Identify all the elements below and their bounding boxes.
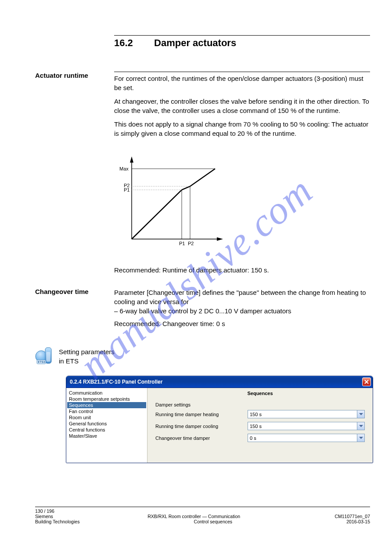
dialog-group-label: Damper settings [155, 402, 365, 407]
field-label-heating: Running time damper heating [155, 412, 248, 417]
footer-rule [35, 507, 370, 507]
label-changeover-time: Changeover time [35, 288, 105, 295]
chart-x-p2: P2 [188, 241, 194, 246]
chevron-down-icon [357, 410, 364, 418]
sidebar-item-room-unit[interactable]: Room unit [67, 414, 146, 421]
dialog-title: 0.2.4 RXB21.1/FC-10 Panel Controller [70, 379, 162, 385]
close-icon [364, 380, 369, 384]
dialog-titlebar: 0.2.4 RXB21.1/FC-10 Panel Controller [66, 376, 373, 388]
dialog-panel-title: Sequences [155, 391, 365, 396]
footer-subtitle: Control sequences [194, 519, 233, 524]
chevron-down-icon [357, 422, 364, 430]
chart-y-p2: P2 [124, 183, 129, 188]
runtime-description: For correct control, the runtimes of the… [114, 74, 370, 92]
footer-page: 130 / 196 [35, 508, 54, 514]
label-tool: Setting parameters in ETS [59, 347, 115, 366]
footer-date: 2016-03-15 [346, 519, 370, 524]
select-value-changeover: 0 s [250, 435, 256, 441]
section-title: Damper actuators [154, 37, 236, 48]
changeover-param: Parameter [Changeover time] defines the … [114, 288, 370, 306]
rule-divider [114, 72, 370, 72]
sidebar-item-general-functions[interactable]: General functions [67, 421, 146, 427]
svg-marker-3 [217, 237, 223, 241]
svg-marker-18 [359, 437, 363, 439]
select-value-cooling: 150 s [250, 424, 262, 429]
recommend-runtime: Recommended: Runtime of dampers actuator… [114, 265, 370, 275]
chevron-down-icon [357, 434, 364, 442]
dialog-sidebar: Communication Room temperature setpoints… [66, 388, 147, 463]
svg-marker-2 [130, 156, 133, 163]
chart-axis-max: Max [119, 166, 129, 171]
ets-dialog: 0.2.4 RXB21.1/FC-10 Panel Controller Com… [66, 376, 373, 463]
svg-rect-11 [47, 352, 50, 362]
select-heating[interactable]: 150 s [248, 410, 365, 418]
label-actuator-runtime: Actuator runtime [35, 72, 105, 79]
changeover-item: – 6-way ball valve control by 2 DC 0...1… [114, 306, 370, 316]
field-row-changeover: Changeover time damper 0 s [155, 434, 365, 442]
rule-top [114, 35, 370, 36]
warning-2: This does not apply to a signal change f… [114, 120, 370, 138]
field-label-cooling: Running time damper cooling [155, 424, 248, 429]
svg-text:ETS3: ETS3 [38, 360, 45, 363]
section-heading: 16.2 Damper actuators [114, 37, 370, 49]
section-number: 16.2 [114, 37, 133, 48]
sidebar-item-central-functions[interactable]: Central functions [67, 427, 146, 433]
svg-marker-17 [359, 425, 363, 427]
chart-svg: Max P1 P2 P1 P2 [114, 151, 228, 252]
svg-marker-16 [359, 413, 363, 415]
footer-product: RXB/RXL Room controller — Communication [147, 514, 240, 519]
close-button[interactable] [362, 377, 371, 386]
warning-1: At changeover, the controller closes the… [114, 97, 370, 115]
footer-docid: CM110771en_07 [334, 514, 370, 519]
select-changeover[interactable]: 0 s [248, 434, 365, 442]
footer-company: Siemens [35, 514, 53, 519]
field-label-changeover: Changeover time damper [155, 435, 248, 441]
footer-division: Building Technologies [35, 519, 79, 524]
field-row-cooling: Running time damper cooling 150 s [155, 422, 365, 430]
select-value-heating: 150 s [250, 412, 262, 417]
page-footer: 130 / 196 Siemens RXB/RXL Room controlle… [35, 507, 370, 524]
dialog-content: Sequences Damper settings Running time d… [147, 388, 373, 463]
chart-container: Max P1 P2 P1 P2 [114, 151, 370, 252]
sidebar-item-communication[interactable]: Communication [67, 390, 146, 396]
sidebar-item-sequences[interactable]: Sequences [67, 402, 146, 408]
field-row-heating: Running time damper heating 150 s [155, 410, 365, 418]
recommend-changeover: Recommended: Changeover time: 0 s [114, 319, 370, 328]
sidebar-item-room-temp-setpoints[interactable]: Room temperature setpoints [67, 396, 146, 402]
sidebar-item-fan-control[interactable]: Fan control [67, 408, 146, 414]
chart-x-p1: P1 [179, 241, 185, 246]
select-cooling[interactable]: 150 s [248, 422, 365, 430]
ets-icon: ETS3 [35, 346, 54, 367]
sidebar-item-master-slave[interactable]: Master/Slave [67, 433, 146, 439]
